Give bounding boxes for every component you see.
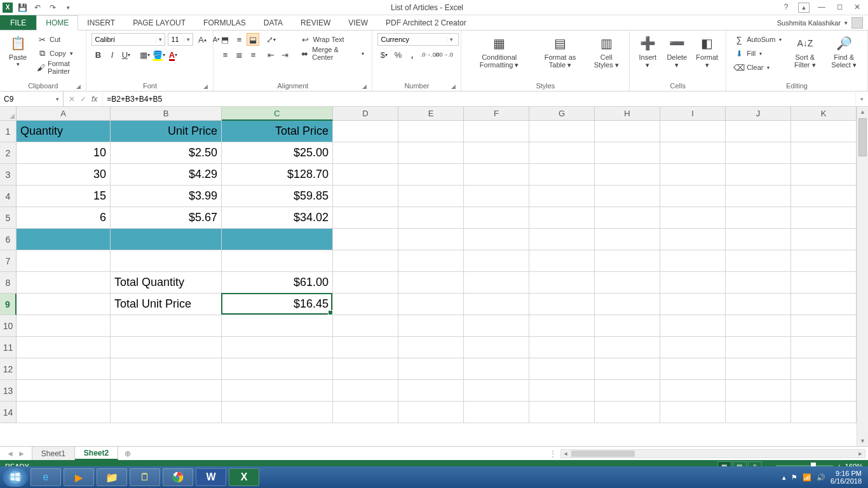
cell-G5[interactable] bbox=[529, 207, 595, 229]
scroll-up-button[interactable]: ▲ bbox=[857, 107, 868, 117]
cell-J10[interactable] bbox=[726, 315, 791, 337]
wrap-text-button[interactable]: ↩Wrap Text bbox=[297, 33, 367, 46]
cell-G1[interactable] bbox=[529, 121, 595, 142]
cell-B6[interactable] bbox=[111, 229, 222, 250]
row-header-8[interactable]: 8 bbox=[0, 272, 17, 294]
select-all-button[interactable] bbox=[0, 107, 17, 121]
cell-I9[interactable] bbox=[660, 294, 726, 315]
paste-button[interactable]: 📋 Paste ▾ bbox=[5, 33, 31, 69]
autosum-button[interactable]: ∑AutoSum▾ bbox=[731, 33, 784, 46]
fill-button[interactable]: ⬇Fill▾ bbox=[731, 47, 784, 60]
tab-insert[interactable]: INSERT bbox=[78, 15, 124, 30]
cell-C4[interactable]: $59.85 bbox=[222, 186, 333, 207]
cell-C13[interactable] bbox=[222, 380, 333, 402]
clipboard-launcher[interactable]: ◢ bbox=[76, 83, 81, 90]
cell-K9[interactable] bbox=[791, 294, 857, 315]
horizontal-scrollbar[interactable]: ⋮ ◄ ► bbox=[137, 447, 868, 460]
column-header-E[interactable]: E bbox=[398, 107, 464, 121]
cell-G9[interactable] bbox=[529, 294, 595, 315]
tab-formulas[interactable]: FORMULAS bbox=[194, 15, 255, 30]
cell-G2[interactable] bbox=[529, 142, 595, 164]
new-sheet-button[interactable]: ⊕ bbox=[118, 447, 137, 460]
cell-G13[interactable] bbox=[529, 380, 595, 402]
cell-A2[interactable]: 10 bbox=[17, 142, 111, 164]
column-header-I[interactable]: I bbox=[660, 107, 726, 121]
cell-A14[interactable] bbox=[17, 402, 111, 423]
sort-filter-button[interactable]: A↓ZSort & Filter ▾ bbox=[788, 33, 822, 70]
save-button[interactable]: 💾 bbox=[17, 2, 28, 13]
cell-D10[interactable] bbox=[333, 315, 398, 337]
font-name-combo[interactable]: ▾ bbox=[92, 33, 165, 46]
cell-I13[interactable] bbox=[660, 380, 726, 402]
cell-J9[interactable] bbox=[726, 294, 791, 315]
cell-E3[interactable] bbox=[398, 164, 464, 186]
cells-area[interactable]: QuantityUnit PriceTotal Price10$2.50$25.… bbox=[17, 121, 857, 423]
cell-J5[interactable] bbox=[726, 207, 791, 229]
cell-D2[interactable] bbox=[333, 142, 398, 164]
volume-icon[interactable]: 🔊 bbox=[817, 473, 825, 482]
name-box-input[interactable] bbox=[4, 95, 48, 104]
cell-F2[interactable] bbox=[464, 142, 529, 164]
cell-I2[interactable] bbox=[660, 142, 726, 164]
increase-indent-button[interactable]: ⇥ bbox=[278, 48, 291, 61]
italic-button[interactable]: I bbox=[105, 48, 118, 61]
percent-format-button[interactable]: % bbox=[391, 48, 404, 61]
underline-button[interactable]: U▾ bbox=[119, 48, 132, 61]
cell-E6[interactable] bbox=[398, 229, 464, 250]
cell-I10[interactable] bbox=[660, 315, 726, 337]
cell-H7[interactable] bbox=[595, 250, 660, 272]
align-middle-button[interactable]: ≡ bbox=[233, 33, 245, 46]
cell-G10[interactable] bbox=[529, 315, 595, 337]
cell-A5[interactable]: 6 bbox=[17, 207, 111, 229]
vertical-scrollbar[interactable]: ▲ ▼ bbox=[857, 107, 868, 446]
cell-C10[interactable] bbox=[222, 315, 333, 337]
close-button[interactable]: ✕ bbox=[851, 3, 863, 13]
cell-K3[interactable] bbox=[791, 164, 857, 186]
row-header-2[interactable]: 2 bbox=[0, 142, 17, 164]
cell-H12[interactable] bbox=[595, 358, 660, 380]
cell-J14[interactable] bbox=[726, 402, 791, 423]
cell-F4[interactable] bbox=[464, 186, 529, 207]
row-header-11[interactable]: 11 bbox=[0, 337, 17, 358]
format-cells-button[interactable]: ◧Format▾ bbox=[693, 33, 721, 70]
tab-home[interactable]: HOME bbox=[36, 15, 78, 30]
cell-D7[interactable] bbox=[333, 250, 398, 272]
cell-I14[interactable] bbox=[660, 402, 726, 423]
orientation-button[interactable]: ⤢▾ bbox=[264, 33, 277, 46]
format-painter-button[interactable]: 🖌Format Painter bbox=[34, 61, 81, 74]
cell-J12[interactable] bbox=[726, 358, 791, 380]
cell-B9[interactable]: Total Unit Price bbox=[111, 294, 222, 315]
chevron-down-icon[interactable]: ▾ bbox=[156, 36, 165, 43]
taskbar-media-button[interactable]: ▶ bbox=[64, 468, 94, 486]
cell-C9[interactable]: $16.45 bbox=[222, 294, 333, 315]
file-tab[interactable]: FILE bbox=[0, 15, 36, 30]
cell-F5[interactable] bbox=[464, 207, 529, 229]
cell-F9[interactable] bbox=[464, 294, 529, 315]
help-button[interactable]: ? bbox=[780, 3, 792, 13]
tab-pdf-architect[interactable]: PDF Architect 2 Creator bbox=[377, 15, 475, 30]
cell-H11[interactable] bbox=[595, 337, 660, 358]
align-bottom-button[interactable]: ⬓ bbox=[247, 33, 259, 46]
column-header-H[interactable]: H bbox=[595, 107, 660, 121]
taskbar-ie-button[interactable]: e bbox=[31, 468, 61, 486]
font-size-combo[interactable]: ▾ bbox=[168, 33, 193, 46]
cell-G11[interactable] bbox=[529, 337, 595, 358]
cell-E13[interactable] bbox=[398, 380, 464, 402]
redo-button[interactable]: ↷ bbox=[47, 2, 58, 13]
cell-B14[interactable] bbox=[111, 402, 222, 423]
row-header-9[interactable]: 9 bbox=[0, 294, 17, 315]
hscroll-thumb[interactable] bbox=[571, 451, 635, 457]
cell-F13[interactable] bbox=[464, 380, 529, 402]
cell-C14[interactable] bbox=[222, 402, 333, 423]
cell-I11[interactable] bbox=[660, 337, 726, 358]
cell-J7[interactable] bbox=[726, 250, 791, 272]
cell-K10[interactable] bbox=[791, 315, 857, 337]
conditional-formatting-button[interactable]: ▦Conditional Formatting ▾ bbox=[466, 33, 531, 70]
cell-F1[interactable] bbox=[464, 121, 529, 142]
copy-button[interactable]: ⧉Copy▾ bbox=[34, 47, 81, 60]
cell-E4[interactable] bbox=[398, 186, 464, 207]
cell-E11[interactable] bbox=[398, 337, 464, 358]
cell-A9[interactable] bbox=[17, 294, 111, 315]
cell-E1[interactable] bbox=[398, 121, 464, 142]
cell-H1[interactable] bbox=[595, 121, 660, 142]
